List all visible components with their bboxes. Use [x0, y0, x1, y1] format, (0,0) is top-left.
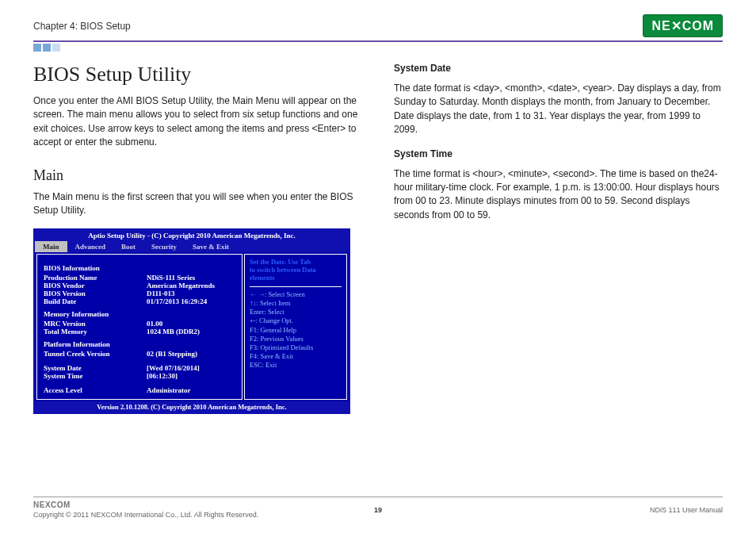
bios-title-bar: Aptio Setup Utility - (C) Copyright 2010… — [35, 230, 349, 241]
bios-mrc-val: 01.00 — [147, 320, 235, 328]
content-columns: BIOS Setup Utility Once you enter the AM… — [33, 63, 723, 414]
bios-nav-2: Enter: Select — [250, 308, 342, 316]
chapter-title: Chapter 4: BIOS Setup — [33, 21, 131, 32]
bios-screenshot: Aptio Setup Utility - (C) Copyright 2010… — [33, 228, 350, 414]
right-column: System Date The date format is <day>, <m… — [394, 63, 723, 414]
bios-hint-3: elements — [250, 274, 342, 282]
main-heading: Main — [33, 167, 362, 184]
page-header: Chapter 4: BIOS Setup NE✕COM — [33, 14, 723, 42]
nexcom-logo: NE✕COM — [643, 14, 723, 37]
bios-sdate-label: System Date — [44, 364, 147, 372]
bios-build-label: Build Date — [44, 297, 147, 305]
bios-bottom-bar: Version 2.10.1208. (C) Copyright 2010 Am… — [35, 401, 349, 412]
bios-ver-label: BIOS Version — [44, 290, 147, 297]
bios-nav-0: ← →: Select Screen — [250, 290, 342, 299]
intro-paragraph: Once you enter the AMI BIOS Setup Utilit… — [33, 94, 362, 150]
bios-mem-heading: Memory Information — [44, 310, 235, 318]
bios-tun-val: 02 (B1 Stepping) — [147, 350, 235, 358]
left-column: BIOS Setup Utility Once you enter the AM… — [33, 63, 362, 414]
bios-stime-label: System Time — [44, 372, 147, 380]
bios-vendor-label: BIOS Vendor — [44, 282, 147, 290]
bios-acc-val: Administrator — [147, 386, 235, 394]
decor-squares — [33, 44, 723, 52]
system-time-paragraph: The time format is <hour>, <minute>, <se… — [394, 167, 723, 223]
bios-nav-5: F2: Previous Values — [250, 335, 342, 343]
bios-mrc-label: MRC Version — [44, 320, 147, 328]
bios-tabs: Main Advanced Boot Security Save & Exit — [35, 241, 349, 252]
footer-copyright: Copyright © 2011 NEXCOM International Co… — [33, 511, 258, 519]
bios-hint-1: Set the Date. Use Tab — [250, 258, 342, 266]
bios-tab-boot: Boot — [113, 241, 143, 252]
page-title: BIOS Setup Utility — [33, 63, 362, 86]
bios-nav-6: F3: Optimized Defaults — [250, 343, 342, 352]
bios-tmem-label: Total Memory — [44, 328, 147, 336]
bios-nav-3: +-: Change Opt. — [250, 316, 342, 325]
system-time-heading: System Time — [394, 148, 723, 159]
bios-tab-advanced: Advanced — [67, 241, 114, 252]
bios-nav-8: ESC: Exit — [250, 361, 342, 370]
system-date-paragraph: The date format is <day>, <month>, <date… — [394, 82, 723, 137]
footer-manual: NDiS 111 User Manual — [650, 506, 723, 514]
bios-plat-heading: Platform Information — [44, 340, 235, 348]
bios-tab-save-exit: Save & Exit — [185, 241, 237, 252]
bios-main-panel: BIOS Information Production NameNDiS-111… — [36, 254, 242, 400]
bios-nav-4: F1: General Help — [250, 326, 342, 335]
bios-nav-1: ↑↓: Select Item — [250, 299, 342, 308]
bios-tab-main: Main — [35, 241, 67, 252]
bios-nav-7: F4: Save & Exit — [250, 352, 342, 361]
bios-tun-label: Tunnel Creek Version — [44, 350, 147, 358]
bios-hint-2: to switch between Data — [250, 266, 342, 274]
bios-tab-security: Security — [143, 241, 185, 252]
bios-prod-label: Production Name — [44, 274, 147, 282]
bios-ver-val: D111-013 — [147, 290, 235, 297]
page-footer: NEXCOM Copyright © 2011 NEXCOM Internati… — [33, 497, 723, 519]
bios-nav-block: ← →: Select Screen ↑↓: Select Item Enter… — [250, 286, 342, 369]
bios-vendor-val: American Megatrends — [147, 282, 235, 290]
bios-acc-label: Access Level — [44, 386, 147, 394]
bios-sdate-val: [Wed 07/16/2014] — [147, 364, 235, 372]
page-number: 19 — [374, 506, 382, 514]
bios-body: BIOS Information Production NameNDiS-111… — [35, 252, 349, 401]
main-paragraph: The Main menu is the first screen that y… — [33, 190, 362, 218]
bios-stime-val: [06:12:30] — [147, 372, 235, 380]
footer-logo: NEXCOM — [33, 500, 258, 509]
bios-info-heading: BIOS Information — [44, 264, 235, 272]
bios-prod-val: NDiS-111 Series — [147, 274, 235, 282]
bios-build-val: 01/17/2013 16:29:24 — [147, 297, 235, 305]
bios-tmem-val: 1024 MB (DDR2) — [147, 328, 235, 336]
bios-help-panel: Set the Date. Use Tab to switch between … — [244, 254, 347, 400]
system-date-heading: System Date — [394, 63, 723, 74]
